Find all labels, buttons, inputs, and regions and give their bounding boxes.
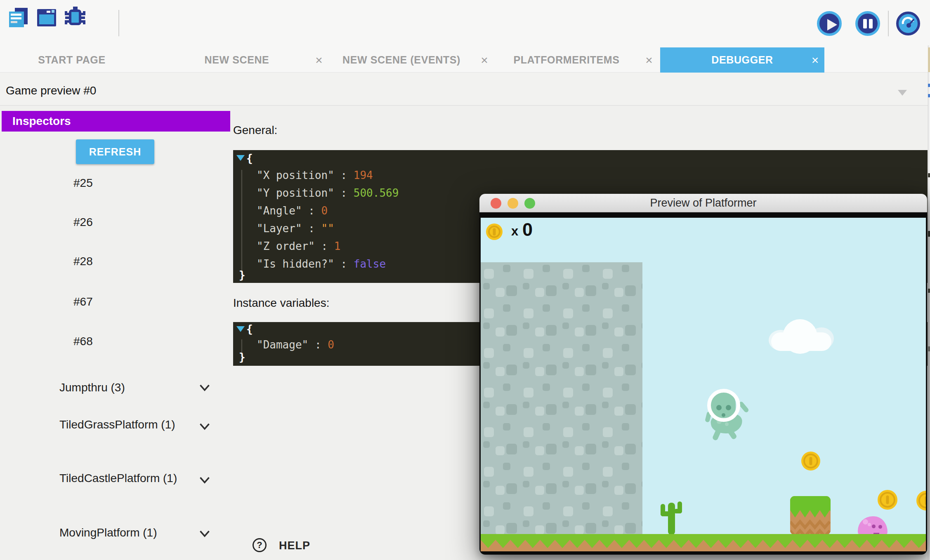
instance-item-25[interactable]: #25 bbox=[73, 176, 164, 191]
coin bbox=[916, 491, 926, 511]
play-icon bbox=[827, 19, 837, 31]
chevron-down-icon[interactable] bbox=[197, 380, 212, 395]
hud-multiplier: x bbox=[511, 224, 518, 239]
close-tab-platformeritems[interactable]: × bbox=[641, 47, 657, 73]
ground-grass bbox=[481, 534, 926, 540]
castle-wall bbox=[481, 262, 642, 534]
help-icon[interactable]: ? bbox=[253, 538, 267, 552]
group-tiledgrassplatform[interactable]: TiledGrassPlatform (1) bbox=[59, 417, 202, 432]
json-line: "X position" : 194 bbox=[257, 169, 373, 187]
blob-enemy bbox=[858, 516, 888, 536]
pause-button[interactable] bbox=[855, 11, 880, 36]
alien-eye bbox=[716, 405, 722, 410]
preview-window[interactable]: Preview of Platformer bbox=[479, 194, 927, 555]
new-scene-icon[interactable] bbox=[35, 6, 59, 30]
json-line: "Is hidden?" : false bbox=[257, 258, 386, 275]
hud-coin-count: 0 bbox=[522, 219, 533, 240]
general-section-label: General: bbox=[233, 124, 277, 137]
json-line: "Z order" : 1 bbox=[257, 240, 341, 258]
indent-guide bbox=[241, 170, 242, 271]
chevron-down-icon[interactable] bbox=[197, 473, 212, 487]
platform-block bbox=[790, 496, 831, 535]
close-tab-new-scene-events[interactable]: × bbox=[476, 47, 493, 73]
inspectors-header[interactable]: Inspectors bbox=[2, 111, 230, 132]
json-line: "Angle" : 0 bbox=[257, 205, 328, 222]
json-line: "Layer" : "" bbox=[257, 222, 334, 240]
play-button[interactable] bbox=[817, 11, 842, 36]
collapse-triangle-icon[interactable] bbox=[236, 155, 245, 161]
json-line: "Damage" : 0 bbox=[257, 339, 334, 356]
cloud bbox=[769, 318, 834, 351]
preview-window-titlebar[interactable]: Preview of Platformer bbox=[479, 194, 927, 212]
ground-dirt bbox=[481, 549, 926, 551]
main-toolbar bbox=[0, 0, 930, 47]
speed-gauge-button[interactable] bbox=[896, 12, 920, 35]
game-viewport[interactable]: x 0 bbox=[481, 218, 926, 551]
coin bbox=[801, 452, 820, 471]
chevron-down-icon[interactable] bbox=[898, 90, 907, 96]
alien-eye bbox=[726, 405, 731, 410]
tab-start-page[interactable]: START PAGE bbox=[6, 47, 138, 73]
preview-selector-row[interactable] bbox=[0, 73, 930, 106]
pause-icon bbox=[863, 19, 867, 28]
cactus-trunk bbox=[668, 503, 675, 535]
tab-platformeritems[interactable]: PLATFORMERITEMS bbox=[500, 47, 633, 73]
tab-new-scene-events[interactable]: NEW SCENE (EVENTS) bbox=[335, 47, 467, 73]
inspectors-header-label: Inspectors bbox=[12, 115, 71, 128]
group-jumpthru[interactable]: Jumpthru (3) bbox=[59, 380, 202, 395]
chevron-down-icon[interactable] bbox=[197, 526, 212, 541]
hud-coin-icon bbox=[486, 224, 503, 240]
close-tab-debugger[interactable]: × bbox=[804, 47, 826, 73]
toolbar-divider bbox=[118, 10, 119, 36]
instance-variables-section-label: Instance variables: bbox=[233, 296, 329, 310]
ground-zigzag bbox=[481, 540, 926, 549]
coin bbox=[878, 490, 897, 510]
close-tab-new-scene[interactable]: × bbox=[311, 47, 327, 73]
alien-mouth bbox=[722, 413, 725, 417]
preview-selector-label: Game preview #0 bbox=[6, 84, 96, 97]
refresh-button[interactable]: REFRESH bbox=[76, 139, 154, 164]
instance-item-67[interactable]: #67 bbox=[73, 295, 164, 309]
collapse-triangle-icon[interactable] bbox=[236, 326, 245, 332]
tab-debugger-active[interactable]: DEBUGGER bbox=[660, 47, 824, 73]
chevron-down-icon[interactable] bbox=[197, 419, 212, 434]
instance-item-68[interactable]: #68 bbox=[73, 335, 164, 349]
group-movingplatform[interactable]: MovingPlatform (1) bbox=[59, 525, 202, 540]
project-manager-icon[interactable] bbox=[6, 6, 30, 30]
tab-new-scene[interactable]: NEW SCENE bbox=[171, 47, 303, 73]
gdevelop-debugger-screen: START PAGE NEW SCENE × NEW SCENE (EVENTS… bbox=[0, 0, 930, 560]
json-line: "Y position" : 500.569 bbox=[257, 187, 399, 205]
instance-item-28[interactable]: #28 bbox=[73, 255, 164, 269]
help-button[interactable]: HELP bbox=[279, 539, 310, 552]
alien-helmet-ring bbox=[707, 389, 740, 422]
group-tiledcastleplatform[interactable]: TiledCastlePlatform (1) bbox=[59, 471, 202, 485]
toolbar-divider bbox=[888, 11, 889, 36]
instance-item-26[interactable]: #26 bbox=[73, 216, 164, 230]
debug-icon[interactable] bbox=[63, 5, 87, 30]
background-panel-edge bbox=[928, 45, 930, 560]
preview-window-title: Preview of Platformer bbox=[479, 197, 927, 209]
